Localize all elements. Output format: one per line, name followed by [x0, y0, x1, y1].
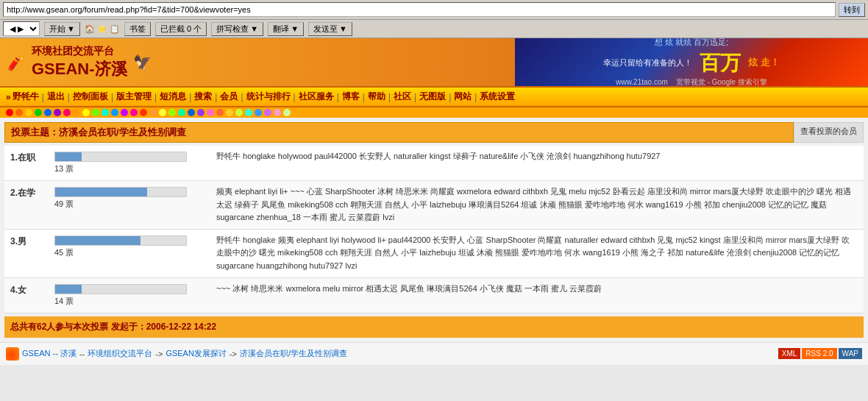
nav-dot — [245, 109, 252, 116]
nav-dot — [15, 109, 23, 116]
site-branding: 环境社团交流平台 GSEAN-济溪 — [32, 44, 127, 79]
poll-option-3-label: 3.男 — [4, 229, 49, 277]
nav-dot — [226, 109, 233, 116]
ad-sub: www.21tao.com 宽带视觉 - Google 搜索引擎 — [603, 77, 780, 86]
nav-dot — [54, 109, 61, 116]
browser-chrome: 转到 ◀ ▶ 开始 ▼ 🏠 ⭐ 📋 书签 已拦截 0 个 拼写检查 ▼ 翻译 ▼… — [0, 0, 868, 38]
nav-dot — [235, 109, 243, 116]
nav-dot — [44, 109, 51, 116]
ad-content: 想 炫 就炫 百万迅足; 幸运只留给有准备的人！ 百万 炫 走！ www.21t… — [603, 38, 780, 86]
nav-dot — [121, 109, 128, 116]
nav-dropdown[interactable]: ◀ ▶ — [3, 21, 40, 36]
poll-bar-2-cell: 49 票 — [49, 181, 210, 230]
spell-check-button[interactable]: 拼写检查 ▼ — [211, 22, 263, 36]
poll-row-1: 1.在职 13 票 野牦牛 honglake holywood paul4420… — [4, 146, 864, 181]
nav-item-search[interactable]: 搜索 — [194, 91, 212, 103]
poll-header: 投票主题：济溪会员在职/学生及性别调查 查看投票的会员 — [4, 122, 864, 143]
nav-dot — [178, 109, 185, 116]
nav-item-admin[interactable]: 版主管理 — [116, 91, 152, 103]
poll-voters-1: 野牦牛 honglake holywood paul442000 长安野人 na… — [210, 146, 864, 181]
start-button[interactable]: 开始 ▼ — [44, 22, 80, 36]
ad-line1: 想 炫 就炫 百万迅足; — [603, 38, 780, 49]
ad-line2: 幸运只留给有准备的人！ — [603, 57, 692, 68]
bottom-icons: XML RSS 2.0 WAP — [778, 348, 862, 359]
nav-dot — [255, 109, 262, 116]
poll-count-1: 13 票 — [54, 164, 74, 173]
poll-voters-2: 频夷 elephant liyi li+ ~~~ 心蓝 SharpShooter… — [210, 181, 864, 230]
ad-line2-row: 幸运只留给有准备的人！ 百万 炫 走！ — [603, 49, 780, 77]
poll-bar-3-inner — [55, 236, 140, 245]
poll-bar-2-inner — [55, 188, 147, 196]
nav-current-user[interactable]: 野牦牛 — [13, 91, 39, 103]
nav-item-help[interactable]: 帮助 — [368, 91, 385, 103]
xml-button[interactable]: XML — [778, 348, 801, 359]
poll-table: 1.在职 13 票 野牦牛 honglake holywood paul4420… — [4, 146, 864, 313]
nav-dot — [6, 109, 13, 116]
intercepted-button[interactable]: 已拦截 0 个 — [155, 22, 207, 36]
bottom-bar: GSEAN -- 济溪 -- 环境组织交流平台 -> GSEAN发展探讨 -> … — [0, 342, 868, 365]
go-button[interactable]: 转到 — [839, 3, 865, 17]
nav-links: » 野牦牛 | 退出 | 控制面板 | 版主管理 | 短消息 | 搜索 | 会员… — [6, 91, 862, 103]
nav-dot — [159, 109, 166, 116]
poll-bar-1-outer — [54, 152, 187, 162]
header-ad[interactable]: 想 炫 就炫 百万迅足; 幸运只留给有准备的人！ 百万 炫 走！ www.21t… — [515, 38, 868, 86]
nav-bar: » 野牦牛 | 退出 | 控制面板 | 版主管理 | 短消息 | 搜索 | 会员… — [0, 86, 868, 107]
poll-option-4-label: 4.女 — [4, 277, 49, 313]
ad-炫: 炫 走！ — [748, 56, 780, 69]
nav-dot — [73, 109, 80, 116]
nav-item-noimg[interactable]: 无图版 — [419, 91, 446, 103]
nav-item-blog[interactable]: 博客 — [342, 91, 360, 103]
nav-item-social[interactable]: 社区 — [394, 91, 411, 103]
poll-voters-4: ~~~ 冰树 绮思米米 wxmelora melu mirror 相遇太迟 凤尾… — [210, 277, 864, 313]
poll-bar-4-cell: 14 票 — [49, 277, 210, 313]
toolbar-sep: 🏠 ⭐ 📋 — [85, 24, 120, 34]
send-to-button[interactable]: 发送至 ▼ — [308, 22, 352, 36]
bookmarks-button[interactable]: 书签 — [124, 22, 151, 36]
bottom-fire-icon — [6, 347, 19, 361]
nav-dot — [216, 109, 224, 116]
poll-row-2: 2.在学 49 票 频夷 elephant liyi li+ ~~~ 心蓝 Sh… — [4, 181, 864, 230]
poll-bar-4-inner — [55, 285, 82, 294]
nav-item-msg[interactable]: 短消息 — [160, 91, 186, 103]
poll-voters-3: 野牦牛 honglake 频夷 elephant liyi holywood l… — [210, 229, 864, 277]
nav-dot — [111, 109, 118, 116]
breadcrumb-item-2[interactable]: 环境组织交流平台 — [88, 348, 152, 359]
poll-option-1-label: 1.在职 — [4, 146, 49, 181]
site-name: GSEAN-济溪 — [32, 58, 127, 80]
poll-count-4: 14 票 — [54, 297, 74, 305]
rss-button[interactable]: RSS 2.0 — [802, 348, 836, 359]
bottom-left: GSEAN -- 济溪 -- 环境组织交流平台 -> GSEAN发展探讨 -> … — [6, 347, 347, 361]
address-input[interactable] — [3, 2, 836, 17]
nav-dot — [82, 109, 90, 116]
firecracker-icon: 🧨 — [7, 54, 26, 71]
breadcrumb-item-1[interactable]: GSEAN -- 济溪 — [22, 348, 77, 359]
nav-item-control[interactable]: 控制面板 — [73, 91, 108, 103]
translate-button[interactable]: 翻译 ▼ — [268, 22, 304, 36]
toolbar-row: ◀ ▶ 开始 ▼ 🏠 ⭐ 📋 书签 已拦截 0 个 拼写检查 ▼ 翻译 ▼ 发送… — [0, 20, 868, 38]
breadcrumb-item-3[interactable]: GSEAN发展探讨 — [166, 348, 227, 359]
nav-item-website[interactable]: 网站 — [454, 91, 472, 103]
nav-item-logout[interactable]: 退出 — [47, 91, 65, 103]
nav-item-community[interactable]: 社区服务 — [299, 91, 334, 103]
nav-dot — [264, 109, 271, 116]
nav-prefix: » — [6, 92, 11, 102]
bird-icon: 🦅 — [133, 54, 152, 71]
poll-bar-4-outer — [54, 284, 187, 294]
wap-button[interactable]: WAP — [839, 348, 862, 359]
header-banner: 🧨 环境社团交流平台 GSEAN-济溪 🦅 想 炫 就炫 百万迅足; 幸运只留给… — [0, 38, 868, 86]
see-voters-link[interactable]: 查看投票的会员 — [794, 122, 864, 143]
logo-area: 🧨 环境社团交流平台 GSEAN-济溪 🦅 — [0, 40, 159, 83]
poll-bar-1-inner — [55, 152, 82, 161]
breadcrumb-item-4[interactable]: 济溪会员在职/学生及性别调查 — [240, 348, 347, 359]
poll-option-2-label: 2.在学 — [4, 181, 49, 230]
nav-dot — [168, 109, 176, 116]
nav-item-stats[interactable]: 统计与排行 — [246, 91, 291, 103]
nav-sep-0: | — [40, 92, 46, 102]
breadcrumb-sep-1: -- — [79, 349, 85, 358]
nav-item-members[interactable]: 会员 — [220, 91, 238, 103]
poll-count-3: 45 票 — [54, 248, 74, 257]
nav-dot — [35, 109, 42, 116]
nav-dot — [283, 109, 291, 116]
nav-item-settings[interactable]: 系统设置 — [480, 91, 515, 103]
poll-count-2: 49 票 — [54, 199, 74, 208]
